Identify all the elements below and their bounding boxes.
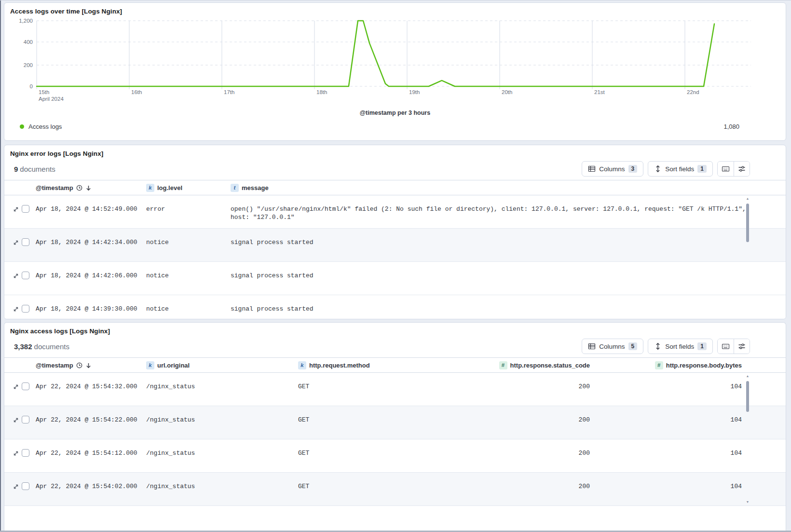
row-checkbox[interactable] [22, 382, 29, 390]
number-token-icon: # [655, 361, 663, 369]
x-axis-title: @timestamp per 3 hours [4, 109, 786, 116]
y-axis-tick-label: 400 [24, 39, 33, 45]
cell-bytes: 104 [590, 473, 742, 491]
scroll-down-arrow[interactable]: ▼ [745, 500, 750, 504]
scrollbar-thumb[interactable] [746, 204, 749, 242]
keyboard-shortcuts-button[interactable] [718, 339, 734, 354]
expand-row-button[interactable] [10, 229, 22, 246]
expand-icon [13, 450, 19, 457]
row-checkbox[interactable] [22, 272, 29, 279]
row-checkbox[interactable] [22, 305, 29, 313]
columns-icon [588, 342, 596, 350]
cell-message: signal process started [231, 229, 786, 246]
scrollbar-thumb[interactable] [746, 381, 749, 412]
text-token-icon: t [231, 184, 239, 192]
cell-url: /nginx_status [146, 406, 298, 424]
table-scrollbar: ▲ ▼ [745, 197, 750, 319]
columns-button[interactable]: Columns 5 [582, 339, 643, 354]
cell-url: /nginx_status [146, 373, 298, 391]
cell-url: /nginx_status [146, 473, 298, 491]
cell-status: 200 [457, 373, 590, 391]
cell-timestamp: Apr 18, 2024 @ 14:39:30.000 [36, 295, 146, 313]
cell-timestamp: Apr 22, 2024 @ 15:54:22.000 [36, 406, 146, 424]
row-checkbox[interactable] [22, 205, 29, 213]
columns-button[interactable]: Columns 3 [582, 161, 643, 177]
header-log-level[interactable]: k log.level [146, 184, 231, 192]
legend-series-value: 1,080 [723, 123, 739, 130]
clock-icon [76, 185, 82, 191]
chart-canvas: 1,200400200015thApril 202416th17th18th19… [4, 16, 786, 107]
header-body-bytes[interactable]: # http.response.body.bytes [590, 361, 742, 369]
expand-row-button[interactable] [10, 295, 22, 313]
expand-icon [13, 483, 19, 490]
scroll-up-arrow[interactable]: ▲ [745, 197, 750, 201]
expand-row-button[interactable] [10, 406, 22, 423]
cell-log-level: notice [146, 262, 231, 280]
keyword-token-icon: k [298, 361, 306, 369]
panel-access-logs-over-time: Access logs over time [Logs Nginx] 1,200… [4, 2, 786, 141]
table-scrollbar: ▲ ▼ [745, 374, 750, 504]
cell-timestamp: Apr 22, 2024 @ 15:54:12.000 [36, 439, 146, 457]
number-token-icon: # [499, 361, 507, 369]
sort-fields-button[interactable]: Sort fields 1 [648, 161, 713, 177]
header-timestamp[interactable]: @timestamp [36, 184, 146, 191]
y-axis-tick-label: 1,200 [19, 18, 33, 24]
expand-row-button[interactable] [10, 373, 22, 390]
legend-series-label[interactable]: Access logs [28, 123, 62, 130]
columns-count-badge: 5 [628, 342, 638, 350]
row-checkbox[interactable] [22, 482, 29, 490]
cell-message: signal process started [231, 295, 786, 313]
grid-options-group [717, 339, 750, 354]
header-status-code[interactable]: # http.response.status_code [457, 361, 590, 369]
y-axis-tick-label: 0 [30, 83, 33, 89]
x-axis-context-label: April 2024 [39, 96, 64, 102]
x-axis-tick-label: 21st [594, 89, 605, 95]
cell-method: GET [298, 406, 457, 424]
chart-legend: Access logs 1,080 [20, 123, 786, 130]
cell-log-level: error [146, 195, 231, 213]
expand-row-button[interactable] [10, 439, 22, 457]
chart-panel-title: Access logs over time [Logs Nginx] [4, 3, 786, 15]
expand-row-button[interactable] [10, 195, 22, 213]
error-logs-grid: @timestamp k log.level t message Apr 18,… [4, 180, 786, 319]
panel-nginx-access-logs: Nginx access logs [Logs Nginx] 3,382docu… [4, 322, 786, 532]
cell-bytes: 104 [590, 406, 742, 424]
x-axis-tick-label: 18th [316, 89, 327, 95]
expand-icon [13, 383, 19, 390]
x-axis-tick-label: 17th [224, 89, 234, 95]
cell-timestamp: Apr 18, 2024 @ 14:42:34.000 [36, 229, 146, 246]
expand-row-button[interactable] [10, 473, 22, 490]
row-checkbox[interactable] [22, 449, 29, 457]
keyword-token-icon: k [146, 184, 154, 192]
access-grid-header: @timestamp k url.original k http.request… [4, 358, 786, 373]
columns-icon [588, 165, 596, 173]
cell-log-level: notice [146, 229, 231, 246]
error-grid-header: @timestamp k log.level t message [4, 180, 786, 195]
display-options-button[interactable] [734, 339, 750, 354]
table-row: Apr 18, 2024 @ 14:52:49.000 error open()… [4, 195, 786, 229]
row-checkbox[interactable] [22, 416, 29, 423]
x-axis-tick-label: 16th [131, 89, 142, 95]
display-options-button[interactable] [734, 162, 750, 176]
sort-count-badge: 1 [697, 165, 707, 173]
keyboard-shortcuts-button[interactable] [718, 162, 734, 176]
expand-icon [13, 306, 19, 313]
error-grid-toolbar: 9documents Columns 3 Sort fields 1 [4, 161, 786, 177]
header-url-original[interactable]: k url.original [146, 361, 298, 369]
table-row: Apr 18, 2024 @ 14:42:06.000 notice signa… [4, 262, 786, 295]
cell-message: open() "/usr/share/nginx/html/k" failed … [231, 195, 786, 221]
scroll-up-arrow[interactable]: ▲ [745, 374, 750, 378]
sort-desc-icon [85, 185, 92, 191]
header-timestamp[interactable]: @timestamp [36, 362, 146, 369]
header-message[interactable]: t message [231, 184, 786, 192]
header-request-method[interactable]: k http.request.method [298, 361, 457, 369]
sort-icon [654, 165, 662, 173]
expand-row-button[interactable] [10, 262, 22, 279]
access-grid-toolbar: 3,382documents Columns 5 Sort fields 1 [4, 339, 786, 354]
row-checkbox[interactable] [22, 238, 29, 246]
sort-fields-button[interactable]: Sort fields 1 [648, 339, 713, 354]
access-panel-title: Nginx access logs [Logs Nginx] [4, 323, 786, 335]
cell-method: GET [298, 473, 457, 491]
cell-log-level: notice [146, 295, 231, 313]
cell-status: 200 [457, 473, 590, 491]
